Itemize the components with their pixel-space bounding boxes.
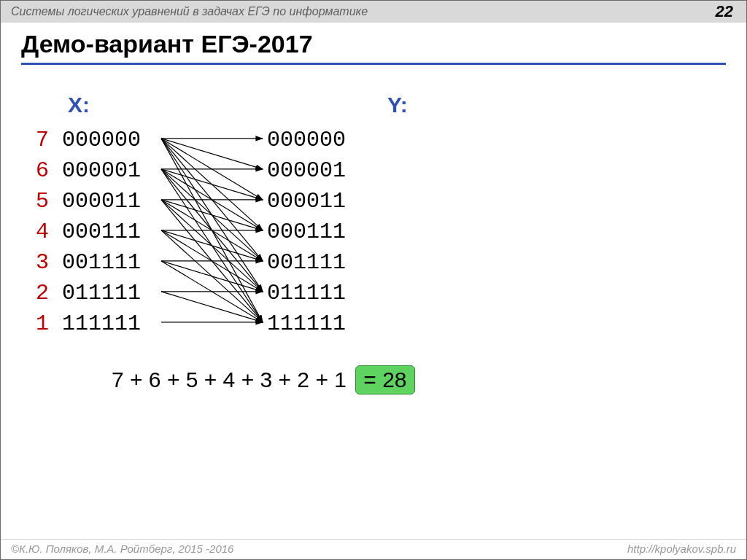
- sum-expr: 7 + 6 + 5 + 4 + 3 + 2 + 1: [112, 368, 347, 392]
- header-subject: Системы логических уравнений в задачах Е…: [11, 5, 368, 18]
- arrow: [161, 230, 263, 261]
- arrow: [161, 261, 263, 292]
- sum-result: = 28: [355, 365, 414, 394]
- slide-content: X: Y: 7 0000006 0000015 0000114 0001113 …: [1, 88, 746, 530]
- slide-title: Демо-вариант ЕГЭ-2017: [21, 30, 726, 65]
- arrow: [161, 292, 263, 322]
- page-number: 22: [716, 2, 733, 21]
- sum-line: 7 + 6 + 5 + 4 + 3 + 2 + 1 = 28: [112, 365, 415, 394]
- slide-header: Системы логических уравнений в задачах Е…: [1, 1, 746, 23]
- slide: Системы логических уравнений в задачах Е…: [0, 0, 747, 560]
- footer-url: http://kpolyakov.spb.ru: [627, 542, 736, 555]
- arrow: [161, 200, 263, 230]
- footer-copyright: ©К.Ю. Поляков, М.А. Ройтберг, 2015 -2016: [11, 542, 233, 555]
- arrow: [161, 139, 263, 169]
- slide-footer: ©К.Ю. Поляков, М.А. Ройтберг, 2015 -2016…: [1, 539, 746, 559]
- arrow: [161, 169, 263, 200]
- arrow-diagram: [1, 88, 747, 394]
